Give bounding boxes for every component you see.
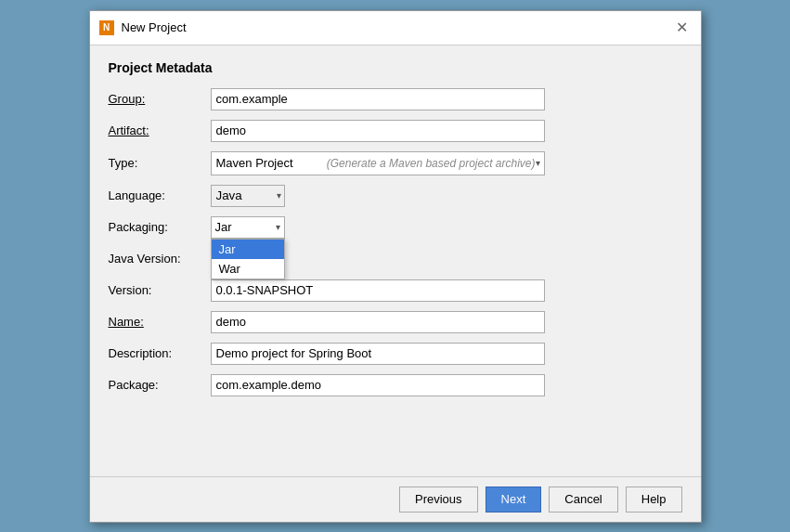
type-chevron-icon: ▾ [536, 158, 540, 168]
artifact-input[interactable] [211, 120, 545, 142]
packaging-label: Packaging: [109, 220, 211, 234]
version-input[interactable] [211, 279, 545, 302]
previous-button[interactable]: Previous [399, 487, 478, 513]
java-version-row: Java Version: 11 8 17 ▾ [109, 248, 682, 270]
name-row: Name: [109, 311, 682, 333]
help-button[interactable]: Help [626, 487, 682, 513]
group-row: Group: [109, 88, 682, 110]
packaging-selected-value: Jar [215, 220, 276, 234]
language-select[interactable]: Java Kotlin Groovy [211, 185, 285, 207]
language-label: Language: [109, 188, 211, 202]
name-input[interactable] [211, 311, 545, 333]
dialog-title: New Project [122, 20, 187, 34]
name-label: Name: [109, 315, 211, 329]
type-label: Type: [109, 156, 211, 170]
cancel-button[interactable]: Cancel [549, 487, 617, 513]
title-bar-left: N New Project [99, 20, 187, 35]
description-row: Description: [109, 343, 682, 365]
close-icon: ✕ [676, 19, 688, 36]
packaging-select-box[interactable]: Jar ▾ [211, 216, 285, 239]
type-row: Type: Maven Project Gradle Project (Gene… [109, 151, 682, 175]
artifact-row: Artifact: [109, 120, 682, 142]
package-label: Package: [109, 378, 211, 392]
packaging-dropdown-wrapper: Jar ▾ Jar War [211, 216, 285, 239]
java-version-label: Java Version: [109, 252, 211, 266]
next-button[interactable]: Next [486, 487, 542, 513]
version-row: Version: [109, 279, 682, 302]
dialog-content: Project Metadata Group: Artifact: Type: … [90, 45, 701, 421]
packaging-row: Packaging: Jar ▾ Jar War [109, 216, 682, 239]
package-input[interactable] [211, 374, 545, 396]
package-row: Package: [109, 374, 682, 396]
packaging-option-war[interactable]: War [212, 259, 284, 279]
description-input[interactable] [211, 343, 545, 365]
close-button[interactable]: ✕ [673, 19, 692, 37]
language-select-wrapper: Java Kotlin Groovy ▾ [211, 185, 285, 207]
artifact-label: Artifact: [109, 123, 211, 137]
packaging-option-jar[interactable]: Jar [212, 240, 284, 259]
new-project-dialog: N New Project ✕ Project Metadata Group: … [89, 10, 702, 523]
version-label: Version: [109, 283, 211, 297]
packaging-dropdown: Jar War [211, 239, 285, 279]
type-select-wrapper: Maven Project Gradle Project (Generate a… [211, 151, 545, 175]
language-row: Language: Java Kotlin Groovy ▾ [109, 185, 682, 207]
title-bar: N New Project ✕ [90, 11, 701, 45]
group-label: Group: [109, 92, 211, 106]
dialog-icon: N [99, 20, 114, 35]
type-hint: (Generate a Maven based project archive) [327, 157, 536, 170]
description-label: Description: [109, 346, 211, 360]
section-title: Project Metadata [109, 60, 682, 75]
dialog-footer: Previous Next Cancel Help [90, 476, 701, 522]
group-input[interactable] [211, 88, 545, 110]
type-select[interactable]: Maven Project Gradle Project [212, 152, 323, 175]
packaging-chevron-icon: ▾ [276, 222, 280, 232]
